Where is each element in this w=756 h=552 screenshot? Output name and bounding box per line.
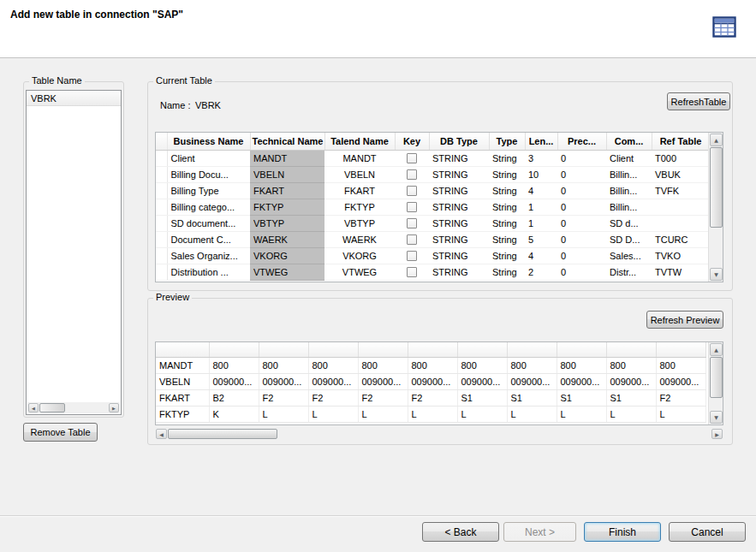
cell-ref-table: TVKO [652, 247, 710, 264]
col-db-type[interactable]: DB Type [429, 133, 489, 150]
scroll-left-icon[interactable]: ◀ [28, 403, 39, 413]
cell-db-type: STRING [429, 166, 489, 182]
table-list-hscrollbar[interactable]: ◀ ▶ [27, 402, 120, 413]
cell-db-type: STRING [429, 215, 489, 231]
preview-row: MANDT800800800800800800800800800800 [156, 357, 705, 373]
key-checkbox[interactable] [407, 202, 417, 212]
schema-row[interactable]: Billing TypeFKARTFKARTSTRINGString40Bill… [156, 182, 710, 199]
cell-precision: 0 [557, 182, 606, 199]
col-talend-name[interactable]: Talend Name [324, 133, 395, 150]
remove-table-button[interactable]: Remove Table [23, 423, 98, 442]
cell-comment: Billin... [606, 199, 652, 215]
preview-cell: 800 [656, 357, 705, 373]
vscroll-thumb[interactable] [710, 147, 723, 228]
finish-button[interactable]: Finish [584, 522, 661, 542]
schema-header-row: Business Name Technical Name Talend Name… [156, 133, 710, 150]
preview-cell: 009000... [557, 373, 606, 389]
col-key[interactable]: Key [395, 133, 429, 150]
preview-cell: L [507, 406, 557, 422]
preview-cell: L [308, 406, 358, 422]
preview-field-name: MANDT [156, 357, 209, 373]
wizard-banner: Add new table in connection "SAP" [0, 0, 756, 58]
key-checkbox[interactable] [407, 169, 417, 180]
preview-cell: L [656, 406, 705, 422]
col-precision[interactable]: Prec... [557, 133, 606, 150]
col-technical-name[interactable]: Technical Name [250, 133, 324, 150]
table-name-group: Table Name VBRK ◀ ▶ [23, 81, 124, 418]
scroll-up-icon[interactable]: ▲ [710, 134, 723, 146]
cell-technical-name: VBTYP [250, 215, 324, 231]
cell-comment: Distr... [606, 264, 652, 280]
scroll-down-icon[interactable]: ▼ [710, 268, 723, 281]
cell-db-type: STRING [429, 199, 489, 215]
cell-precision: 0 [557, 166, 606, 182]
cell-precision: 0 [557, 150, 606, 166]
scroll-up-icon[interactable]: ▲ [710, 343, 723, 356]
cell-length: 1 [525, 199, 557, 215]
schema-row[interactable]: Distribution ...VTWEGVTWEGSTRINGString20… [156, 264, 710, 280]
key-checkbox[interactable] [407, 267, 417, 277]
cell-key [395, 166, 429, 182]
schema-row[interactable]: Document C...WAERKWAERKSTRINGString50SD … [156, 231, 710, 247]
preview-cell: 009000... [606, 373, 656, 389]
cell-key [395, 215, 429, 231]
schema-row[interactable]: Sales Organiz...VKORGVKORGSTRINGString40… [156, 247, 710, 264]
cell-key [395, 264, 429, 280]
cell-technical-name: WAERK [250, 231, 324, 247]
preview-cell: 009000... [408, 373, 457, 389]
refresh-preview-button[interactable]: Refresh Preview [646, 311, 723, 329]
schema-grid-vscrollbar[interactable]: ▲ ▼ [708, 133, 723, 282]
preview-group-label: Preview [153, 292, 192, 302]
cell-talend-name: MANDT [324, 150, 395, 166]
scroll-down-icon[interactable]: ▼ [710, 411, 723, 424]
key-checkbox[interactable] [407, 186, 417, 196]
col-ref-table[interactable]: Ref Table [652, 133, 710, 150]
scroll-right-icon[interactable]: ▶ [109, 403, 119, 413]
preview-grid-vscrollbar[interactable]: ▲ ▼ [708, 342, 723, 424]
schema-grid: Business Name Technical Name Talend Name… [155, 132, 723, 282]
hscroll-thumb[interactable] [168, 429, 277, 439]
row-selector [156, 264, 167, 280]
preview-cell: F2 [358, 389, 408, 406]
schema-row[interactable]: ClientMANDTMANDTSTRINGString30ClientT000 [156, 150, 710, 166]
col-comment[interactable]: Com... [606, 133, 652, 150]
cell-comment: Client [606, 150, 652, 166]
cell-technical-name: FKART [250, 182, 324, 199]
schema-row[interactable]: Billing catego...FKTYPFKTYPSTRINGString1… [156, 199, 710, 215]
cell-technical-name: VKORG [250, 247, 324, 264]
schema-row[interactable]: Billing Docu...VBELNVBELNSTRINGString100… [156, 166, 710, 182]
key-checkbox[interactable] [407, 153, 417, 163]
preview-cell: 009000... [259, 373, 308, 389]
refresh-table-button[interactable]: RefreshTable [667, 92, 730, 110]
cell-comment: Billin... [606, 182, 652, 199]
scroll-right-icon[interactable]: ▶ [711, 429, 723, 439]
row-selector [156, 166, 167, 182]
col-business-name[interactable]: Business Name [167, 133, 250, 150]
cell-key [395, 247, 429, 264]
cell-type: String [489, 215, 525, 231]
cancel-button[interactable]: Cancel [669, 522, 746, 542]
cell-db-type: STRING [429, 264, 489, 280]
scroll-left-icon[interactable]: ◀ [156, 429, 167, 439]
back-button[interactable]: < Back [422, 522, 499, 542]
table-list-item[interactable]: VBRK [27, 91, 121, 106]
preview-grid-hscrollbar[interactable]: ◀ ▶ [155, 428, 723, 440]
key-checkbox[interactable] [407, 251, 417, 261]
key-checkbox[interactable] [407, 234, 417, 245]
col-type[interactable]: Type [489, 133, 525, 150]
key-checkbox[interactable] [407, 218, 417, 229]
cell-precision: 0 [557, 199, 606, 215]
table-name-list[interactable]: VBRK ◀ ▶ [26, 90, 122, 415]
cell-length: 10 [525, 166, 557, 182]
preview-field-name: FKTYP [156, 406, 209, 422]
preview-row: FKARTB2F2F2F2F2S1S1S1S1F2 [156, 389, 705, 406]
hscroll-thumb[interactable] [39, 403, 65, 413]
col-length[interactable]: Len... [525, 133, 557, 150]
preview-group: Preview Refresh Preview [147, 298, 733, 445]
preview-header-row [156, 342, 705, 357]
schema-row[interactable]: SD document...VBTYPVBTYPSTRINGString10SD… [156, 215, 710, 231]
cell-precision: 0 [557, 247, 606, 264]
add-table-wizard: Add new table in connection "SAP" Table … [0, 0, 756, 552]
cell-key [395, 231, 429, 247]
vscroll-thumb[interactable] [710, 357, 723, 398]
